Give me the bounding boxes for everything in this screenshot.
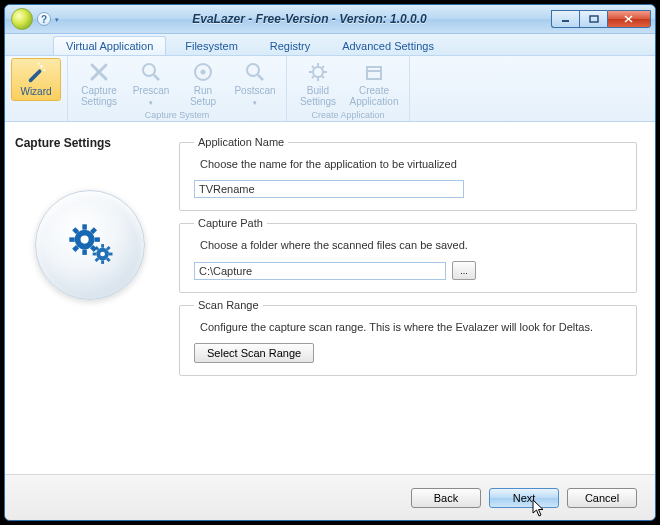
svg-point-8: [143, 64, 155, 76]
svg-point-11: [201, 70, 206, 75]
tools-icon: [87, 60, 111, 84]
scan-range-hint: Configure the capture scan range. This i…: [194, 321, 624, 333]
page-title: Capture Settings: [15, 136, 165, 150]
application-name-group: Application Name Choose the name for the…: [179, 136, 637, 211]
svg-rect-40: [109, 253, 113, 256]
magnifier-icon: [139, 60, 163, 84]
ribbon-prescan: Prescan▾: [126, 58, 176, 109]
titlebar: ? ▾ EvaLazer - Free-Version - Version: 1…: [5, 5, 655, 34]
close-button[interactable]: [607, 10, 651, 28]
svg-rect-30: [95, 237, 100, 242]
svg-point-36: [100, 252, 105, 257]
ribbon-group-capture-label: Capture System: [145, 110, 210, 121]
minimize-button[interactable]: [551, 10, 579, 28]
ribbon-run-setup-label: Run Setup: [190, 86, 216, 107]
svg-line-22: [312, 76, 314, 78]
svg-rect-4: [28, 69, 42, 83]
maximize-button[interactable]: [579, 10, 607, 28]
svg-line-19: [312, 66, 314, 68]
chevron-down-icon[interactable]: ▾: [55, 16, 62, 23]
tab-registry[interactable]: Registry: [257, 36, 323, 55]
svg-line-21: [322, 66, 324, 68]
svg-rect-1: [590, 16, 598, 22]
select-scan-range-button[interactable]: Select Scan Range: [194, 343, 314, 363]
gear-icon: [306, 60, 330, 84]
svg-rect-23: [367, 67, 381, 79]
capture-path-hint: Choose a folder where the scanned files …: [194, 239, 624, 251]
svg-rect-29: [69, 237, 74, 242]
svg-line-20: [322, 76, 324, 78]
svg-rect-27: [82, 224, 87, 229]
svg-rect-28: [82, 250, 87, 255]
ribbon: Wizard . Capture Settings: [5, 56, 655, 122]
app-window: ? ▾ EvaLazer - Free-Version - Version: 1…: [4, 4, 656, 521]
svg-point-26: [81, 236, 89, 244]
svg-point-7: [38, 63, 40, 65]
magnifier-icon: [243, 60, 267, 84]
ribbon-capture-settings-label: Capture Settings: [81, 86, 117, 107]
ribbon-create-application-label: Create Application: [350, 86, 399, 107]
capture-gears-icon: [35, 190, 145, 300]
application-name-legend: Application Name: [194, 136, 288, 148]
wand-icon: [24, 61, 48, 85]
ribbon-postscan-label: Postscan▾: [234, 86, 275, 107]
footer: Back Next Cancel: [5, 474, 655, 520]
ribbon-build-settings-label: Build Settings: [300, 86, 336, 107]
ribbon-prescan-label: Prescan▾: [133, 86, 170, 107]
svg-rect-37: [101, 244, 104, 248]
app-logo-icon[interactable]: [11, 8, 33, 30]
ribbon-wizard-label: Wizard: [20, 87, 51, 98]
ribbon-create-application: Create Application: [345, 58, 403, 109]
application-name-input[interactable]: [194, 180, 464, 198]
svg-point-5: [40, 65, 43, 68]
tab-advanced-settings[interactable]: Advanced Settings: [329, 36, 447, 55]
cancel-button[interactable]: Cancel: [567, 488, 637, 508]
scan-range-group: Scan Range Configure the capture scan ra…: [179, 299, 637, 376]
svg-line-13: [258, 75, 263, 80]
svg-rect-38: [101, 260, 104, 264]
package-icon: [362, 60, 386, 84]
svg-rect-39: [93, 253, 97, 256]
next-button-label: Next: [513, 492, 536, 504]
svg-point-12: [247, 64, 259, 76]
capture-path-input[interactable]: [194, 262, 446, 280]
next-button[interactable]: Next: [489, 488, 559, 508]
svg-point-14: [313, 67, 323, 77]
ribbon-capture-settings: Capture Settings: [74, 58, 124, 109]
svg-point-6: [43, 69, 45, 71]
application-name-hint: Choose the name for the application to b…: [194, 158, 624, 170]
scan-range-legend: Scan Range: [194, 299, 263, 311]
browse-button[interactable]: ...: [452, 261, 476, 280]
ribbon-group-create-label: Create Application: [311, 110, 384, 121]
capture-path-legend: Capture Path: [194, 217, 267, 229]
back-button[interactable]: Back: [411, 488, 481, 508]
ribbon-build-settings: Build Settings: [293, 58, 343, 109]
svg-line-9: [154, 75, 159, 80]
disc-icon: [191, 60, 215, 84]
window-title: EvaLazer - Free-Version - Version: 1.0.0…: [68, 12, 551, 26]
ribbon-postscan: Postscan▾: [230, 58, 280, 109]
ribbon-run-setup: Run Setup: [178, 58, 228, 109]
help-icon[interactable]: ?: [37, 12, 51, 26]
tab-virtual-application[interactable]: Virtual Application: [53, 36, 166, 55]
tab-filesystem[interactable]: Filesystem: [172, 36, 251, 55]
ribbon-wizard[interactable]: Wizard: [11, 58, 61, 101]
tab-strip: Virtual Application Filesystem Registry …: [5, 34, 655, 56]
capture-path-group: Capture Path Choose a folder where the s…: [179, 217, 637, 293]
